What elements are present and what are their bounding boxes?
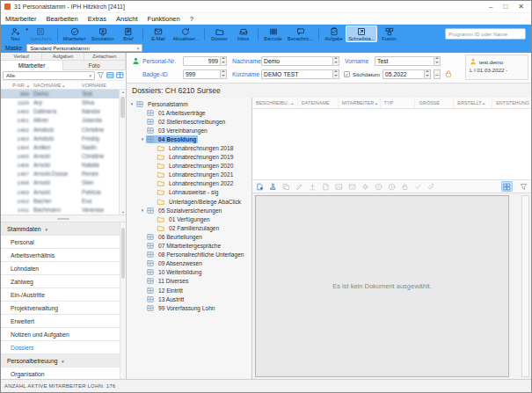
toolbar-button-fusion[interactable]: Fusion [377, 25, 401, 42]
tab-zeitachsen[interactable]: Zeitachsen [84, 53, 126, 60]
tree-item-01-verfügungen[interactable]: 01 Verfügungen [127, 215, 251, 223]
tree-item-08-personalrechtliche-unterlagen[interactable]: 08 Personalrechtliche Unterlagen [127, 251, 251, 259]
scroll-up-icon[interactable]: ▲ [120, 90, 126, 94]
nav-item-ein-austritte[interactable]: Ein-/Austritte [1, 288, 126, 302]
employee-row[interactable]: 1400DallmeraNándor [1, 107, 126, 116]
history-back-icon[interactable] [375, 183, 383, 191]
nav-item-lohndaten[interactable]: Lohndaten [1, 262, 126, 275]
preview-scrollbar[interactable] [521, 195, 529, 377]
toolbar-button-inbox[interactable]: Inbox [231, 25, 255, 42]
nachname-spinner[interactable] [333, 56, 339, 66]
tree-item-lohnabrechnungen-2021[interactable]: Lohnabrechnungen 2021 [127, 171, 251, 179]
expander-icon[interactable]: ▾ [139, 207, 146, 213]
tab-aufgaben[interactable]: Aufgaben [42, 53, 84, 60]
menu-item-bearbeiten[interactable]: Bearbeiten [46, 15, 77, 23]
employee-row[interactable]: 1405ArnoldChristine [1, 152, 126, 161]
settings-icon[interactable] [361, 183, 369, 191]
nav-scrollbar[interactable] [120, 222, 126, 379]
tree-item-lohnabrechnungen-2022[interactable]: Lohnabrechnungen 2022 [127, 179, 251, 188]
scrollbar-thumb[interactable] [120, 97, 125, 118]
tree-item-lohnabrechnungen-2020[interactable]: Lohnabrechnungen 2020 [127, 162, 251, 171]
toolbar-button-dossier[interactable]: Dossier [208, 25, 231, 42]
document-add-icon[interactable] [256, 183, 264, 191]
employee-row[interactable]: 1410BacherEva [1, 197, 126, 206]
column-header-grösse[interactable]: GRÖSSE [415, 98, 454, 109]
badge-id-field[interactable]: 999 [183, 69, 221, 79]
stichdatum-minus-button[interactable]: – [434, 69, 441, 79]
expander-icon[interactable]: ▾ [128, 101, 135, 106]
employee-row[interactable]: 1409ArnoldPatricia [1, 188, 126, 197]
nav-item-organisation[interactable]: Organisation [1, 368, 126, 379]
kurzname-field[interactable]: DEMO TEST [261, 69, 333, 79]
toolbar-button-brief[interactable]: Brief [116, 25, 140, 42]
minimize-button[interactable]: – [489, 3, 492, 11]
page-icon[interactable] [322, 183, 330, 191]
badge-id-spinner[interactable] [221, 69, 227, 79]
nav-item-erweitert[interactable]: Erweitert [1, 315, 126, 328]
nav-item-notizen-und-aufgaben[interactable]: Notizen und Aufgaben [1, 328, 126, 341]
tree-item-13-austritt[interactable]: 13 Austritt [127, 295, 251, 303]
menu-item-ansicht[interactable]: Ansicht [116, 15, 138, 23]
filter-icon[interactable] [97, 71, 105, 79]
maske-select[interactable]: Standard Personalstamm ▾ [26, 44, 142, 52]
toolbar-button-neu[interactable]: ▾Neu [4, 25, 27, 42]
scrollbar-thumb[interactable] [121, 228, 125, 279]
tree-item-11-diverses[interactable]: 11 Diverses [127, 277, 251, 286]
attachment-icon[interactable] [427, 183, 435, 191]
checkmark-icon[interactable] [414, 183, 422, 191]
vorname-spinner[interactable] [434, 56, 441, 66]
toolbar-button-schnellsta[interactable]: Schnellsta... [346, 25, 377, 42]
menu-item-[interactable]: ? [190, 15, 193, 23]
tree-item-lohnabrechnungen-2019[interactable]: Lohnabrechnungen 2019 [127, 153, 251, 162]
employee-scrollbar[interactable]: ▲ ▼ [119, 90, 126, 215]
toolbar-button-mitarbeiter[interactable]: Mitarbeiter [61, 25, 89, 42]
menu-item-funktionen[interactable]: Funktionen [148, 15, 180, 23]
edit-icon[interactable] [295, 183, 303, 191]
tree-item-03-vereinbarungen[interactable]: 03 Vereinbarungen [127, 126, 251, 135]
employee-row[interactable]: 1406ArnoldNatalie [1, 161, 126, 170]
column-header-erstellt[interactable]: ERSTELLT ▴ [454, 98, 492, 109]
tree-item-09-absenzwesen[interactable]: 09 Absenzwesen [127, 259, 251, 268]
employee-row[interactable]: 1402AmstutzChristine [1, 126, 126, 135]
tree-item-05-sozialversicherungen[interactable]: ▾05 Sozialversicherungen [127, 206, 251, 215]
toolbar-button-barcode[interactable]: Barcode [261, 25, 285, 42]
lock-icon[interactable] [401, 183, 409, 191]
employee-row[interactable]: 1408ArnoldGlen [1, 178, 126, 187]
employee-row[interactable]: 1401AlbrerJolanda [1, 116, 126, 125]
toolbar-button-benachric[interactable]: Benachric... [285, 25, 316, 42]
toolbar-button-aktualisier[interactable]: Aktualisier... [170, 25, 201, 42]
kurzname-spinner[interactable] [333, 69, 339, 79]
tree-item-01-arbeitsverträge[interactable]: 01 Arbeitsverträge [127, 108, 251, 117]
toolbar-button-e-mail[interactable]: E-Mail [146, 25, 170, 42]
maximize-button[interactable]: □ [503, 3, 507, 11]
nav-section-personalbetreuung[interactable]: Personalbetreuung ▾ [1, 354, 126, 368]
tree-item-lohnabrechnungen-2018[interactable]: Lohnabrechnungen 2018 [127, 143, 251, 152]
stichdatum-checkbox[interactable]: ✓ [344, 71, 350, 77]
stamp-icon[interactable] [269, 183, 277, 191]
history-forward-icon[interactable] [388, 183, 396, 191]
column-header-entstehung[interactable]: ENTSTEHUNG [492, 98, 532, 109]
column-header-vorname[interactable]: VORNAME [80, 83, 120, 88]
program-search-input[interactable] [445, 28, 526, 40]
tab-mitarbeiter[interactable]: Mitarbeiter [1, 61, 63, 70]
tree-item-06-beurteilungen[interactable]: 06 Beurteilungen [127, 232, 251, 241]
copy-icon[interactable] [282, 183, 290, 191]
toolbar-button-speichern[interactable]: Speichern [27, 25, 55, 42]
close-button[interactable]: ✕ [518, 3, 524, 11]
nav-item-zahlweg[interactable]: Zahlweg [1, 275, 126, 288]
employee-row[interactable]: 1411BachmannVanessa [1, 206, 126, 215]
filter-icon[interactable] [518, 181, 529, 192]
nachname-field[interactable]: Demo [261, 56, 333, 66]
column-header-typ[interactable]: TYP [381, 98, 416, 109]
menu-item-mitarbeiter[interactable]: Mitarbeiter [5, 15, 36, 23]
card-view-icon[interactable] [116, 71, 124, 79]
column-header-dateiname[interactable]: DATEINAME [298, 98, 339, 109]
tree-item-12-eintritt[interactable]: 12 Eintritt [127, 286, 251, 295]
list-view-icon[interactable] [106, 71, 114, 79]
stichdatum-field[interactable]: 05.2022 [383, 69, 425, 79]
nav-item-arbeitsverhältnis[interactable]: Arbeitsverhältnis [1, 249, 126, 262]
employee-row[interactable]: 1407Arnold-DosseRenée [1, 170, 126, 178]
tree-item-02-stellenbeschreibungen[interactable]: 02 Stellenbeschreibungen [127, 117, 251, 126]
tree-item-lohnausweise-sig[interactable]: Lohnausweise - sig [127, 188, 251, 197]
tab-foto[interactable]: Foto [63, 61, 126, 70]
